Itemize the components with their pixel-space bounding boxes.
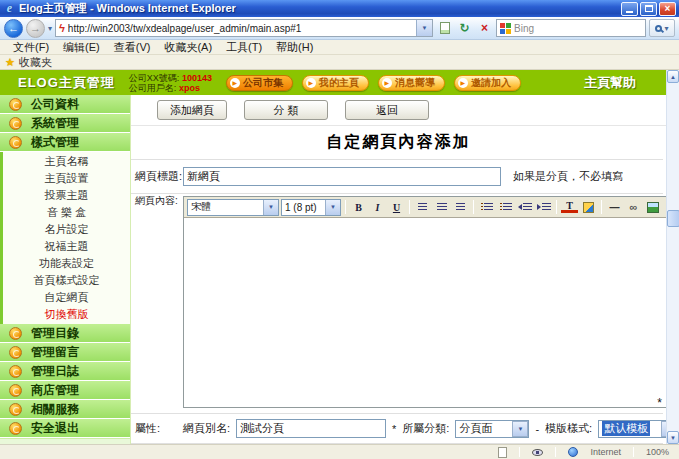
category-button[interactable]: 分 類: [244, 100, 328, 120]
favorites-bar: ★ 收藏夹: [0, 55, 679, 70]
sidebar-item-logout[interactable]: 安全退出: [0, 419, 130, 438]
menu-item-view[interactable]: 查看(V): [107, 40, 158, 55]
menu-item-help[interactable]: 帮助(H): [269, 40, 320, 55]
menu-item-file[interactable]: 文件(F): [6, 40, 56, 55]
editor-content-area[interactable]: [184, 218, 679, 407]
menu-item-edit[interactable]: 编辑(E): [56, 40, 107, 55]
invite-join-button[interactable]: ▶ 邀請加入: [454, 75, 521, 91]
sidebar-item-company-info[interactable]: 公司資料: [0, 95, 130, 114]
invite-join-label: 邀請加入: [471, 76, 511, 90]
favorites-label[interactable]: 收藏夹: [19, 55, 52, 70]
sidebar-item-label: 管理留言: [31, 344, 79, 361]
close-button[interactable]: ×: [659, 2, 676, 16]
submenu-item-homepage-settings[interactable]: 主頁設置: [3, 170, 130, 187]
category-label: 所屬分類:: [402, 421, 449, 436]
sidebar-item-related-services[interactable]: 相關服務: [0, 400, 130, 419]
toolbar-divider: [345, 200, 346, 214]
url-input[interactable]: [68, 23, 416, 34]
font-size-value: 1 (8 pt): [285, 202, 317, 213]
return-button[interactable]: 返回: [345, 100, 429, 120]
submenu-item-vote-theme[interactable]: 投票主題: [3, 187, 130, 204]
bold-button[interactable]: B: [350, 199, 367, 216]
submenu-item-homepage-style-settings[interactable]: 首頁樣式設定: [3, 272, 130, 289]
sidebar-item-shop-manage[interactable]: 商店管理: [0, 381, 130, 400]
highlight-color-icon: [583, 202, 594, 213]
add-page-button[interactable]: 添加網頁: [157, 100, 227, 120]
page-title-hint: 如果是分頁，不必填寫: [513, 169, 623, 184]
menu-item-favorites[interactable]: 收藏夹(A): [157, 40, 219, 55]
italic-button[interactable]: I: [369, 199, 386, 216]
back-button[interactable]: ←: [4, 19, 23, 38]
chevron-down-icon: ▼: [325, 200, 340, 215]
forward-button[interactable]: →: [26, 19, 45, 38]
align-right-button[interactable]: [452, 199, 469, 216]
shell-icon: [9, 327, 22, 340]
address-dropdown-icon[interactable]: ▼: [416, 20, 432, 36]
font-family-select[interactable]: 宋體 ▼: [187, 199, 279, 216]
stop-button[interactable]: ×: [476, 20, 493, 37]
chevron-down-icon: ▼: [512, 421, 528, 437]
search-button[interactable]: ▾: [649, 19, 675, 37]
sidebar-item-label: 相關服務: [31, 401, 79, 418]
font-size-select[interactable]: 1 (8 pt) ▼: [281, 199, 341, 216]
sidebar-item-style-manage[interactable]: 樣式管理: [0, 133, 130, 152]
shell-icon: [9, 117, 22, 130]
alias-input[interactable]: [236, 419, 386, 438]
horizontal-rule-button[interactable]: —: [606, 199, 623, 216]
category-select[interactable]: 分頁面 ▼: [455, 420, 529, 438]
favorites-star-icon[interactable]: ★: [5, 56, 15, 69]
highlight-color-button[interactable]: [580, 199, 597, 216]
shell-icon: [9, 384, 22, 397]
internet-zone-icon: [568, 447, 578, 457]
ordered-list-button[interactable]: [478, 199, 495, 216]
submenu-item-custom-page[interactable]: 自定網頁: [3, 289, 130, 306]
compatibility-view-button[interactable]: [436, 20, 453, 37]
my-homepage-button[interactable]: ▶ 我的主頁: [302, 75, 369, 91]
submenu-item-card-settings[interactable]: 名片設定: [3, 221, 130, 238]
search-input[interactable]: [514, 23, 645, 34]
scroll-down-button[interactable]: ▼: [667, 431, 679, 444]
restore-button[interactable]: [640, 2, 657, 16]
sidebar-item-label: 公司資料: [31, 96, 79, 113]
unordered-list-icon: [500, 203, 512, 212]
unordered-list-button[interactable]: [497, 199, 514, 216]
scroll-thumb[interactable]: [667, 210, 679, 227]
sidebar-item-label: 商店管理: [31, 382, 79, 399]
template-value: 默认模板: [602, 421, 650, 436]
submenu-item-music-box[interactable]: 音 樂 盒: [3, 204, 130, 221]
shell-icon: [9, 346, 22, 359]
page-title-input[interactable]: [183, 167, 501, 186]
submenu-item-blessing-theme[interactable]: 祝福主題: [3, 238, 130, 255]
address-bar[interactable]: ϟ ▼: [55, 19, 433, 37]
align-left-button[interactable]: [414, 199, 431, 216]
search-box[interactable]: [496, 19, 646, 37]
company-market-button[interactable]: ▶ 公司市集: [226, 75, 293, 91]
underline-button[interactable]: U: [388, 199, 405, 216]
vertical-scrollbar[interactable]: ▲ ▼: [666, 70, 679, 444]
insert-link-button[interactable]: ∞: [625, 199, 642, 216]
sidebar-item-system-manage[interactable]: 系統管理: [0, 114, 130, 133]
insert-image-button[interactable]: [644, 199, 661, 216]
minimize-button[interactable]: [621, 2, 638, 16]
sidebar: 公司資料 系統管理 樣式管理 主頁名稱 主頁設置 投票主題 音 樂 盒 名片設定…: [0, 95, 130, 444]
history-dropdown-icon[interactable]: ▾: [48, 24, 52, 33]
menu-item-tools[interactable]: 工具(T): [219, 40, 269, 55]
submenu-item-homepage-name[interactable]: 主頁名稱: [3, 153, 130, 170]
sidebar-item-manage-logs[interactable]: 管理日誌: [0, 362, 130, 381]
homepage-help-link[interactable]: 主頁幫助: [584, 74, 636, 92]
align-center-button[interactable]: [433, 199, 450, 216]
zoom-level[interactable]: 100%: [646, 447, 669, 457]
sidebar-item-manage-comments[interactable]: 管理留言: [0, 343, 130, 362]
outdent-button[interactable]: [516, 199, 533, 216]
refresh-button[interactable]: ↻: [456, 20, 473, 37]
page-icon: [440, 22, 450, 34]
scroll-up-button[interactable]: ▲: [667, 70, 679, 83]
alias-label: 網頁別名:: [183, 421, 230, 436]
text-color-button[interactable]: T: [561, 201, 578, 213]
sidebar-item-label: 管理日誌: [31, 363, 79, 380]
message-wizard-button[interactable]: ▶ 消息嚮導: [378, 75, 445, 91]
sidebar-item-manage-directory[interactable]: 管理目錄: [0, 324, 130, 343]
submenu-item-menu-settings[interactable]: 功能表設定: [3, 255, 130, 272]
indent-button[interactable]: [535, 199, 552, 216]
submenu-item-switch-old-version[interactable]: 切換舊版: [3, 306, 130, 323]
